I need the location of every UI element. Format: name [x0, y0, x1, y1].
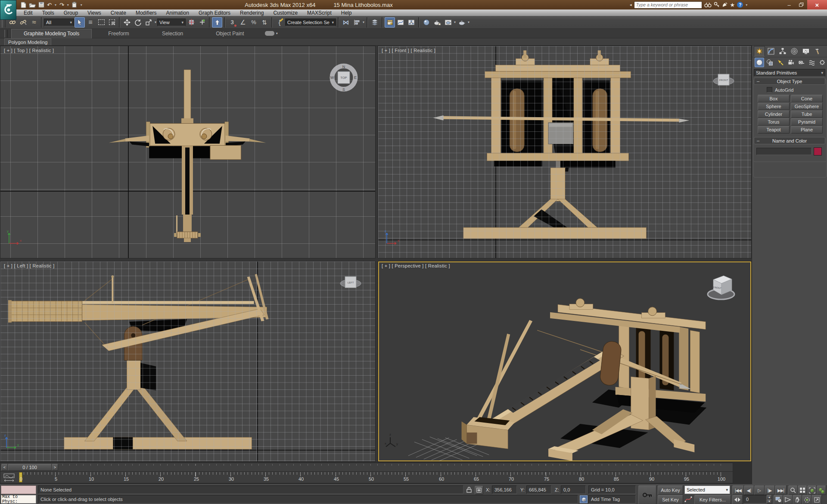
field-of-view-button[interactable] [783, 495, 793, 504]
previous-frame-button[interactable]: ◀| [744, 485, 754, 495]
infocenter-collapse-icon[interactable]: ◂ [630, 3, 632, 7]
named-selection-sets-dropdown[interactable]: Create Selection Se▾ [285, 19, 336, 26]
unlink-selection-button[interactable] [18, 17, 28, 28]
ribbon-minimize-icon[interactable] [265, 31, 274, 36]
infocenter-search-input[interactable] [634, 1, 702, 9]
select-by-name-button[interactable]: ≡ [85, 17, 96, 28]
maximize-viewport-toggle[interactable] [811, 495, 822, 504]
time-slider-next-button[interactable]: > [52, 464, 58, 471]
zoom-extents-all-button[interactable] [817, 485, 826, 495]
compass-s[interactable]: S [342, 87, 345, 92]
curve-editor-button[interactable] [395, 17, 406, 28]
menu-maxscript[interactable]: MAXScript [302, 10, 336, 16]
viewcube-face-label[interactable]: TOP [340, 76, 347, 80]
select-and-rotate-button[interactable] [133, 17, 143, 28]
go-to-end-button[interactable]: ▶▶| [775, 485, 787, 495]
favorites-star-icon[interactable]: ★ [730, 2, 735, 8]
rollout-name-and-color[interactable]: – Name and Color [754, 137, 825, 144]
angle-snap-button[interactable]: ∠ [238, 17, 248, 28]
go-to-start-button[interactable]: |◀◀ [732, 485, 744, 495]
object-button-box[interactable]: Box [758, 95, 790, 103]
bind-to-space-warp-button[interactable]: ≈ [29, 17, 39, 28]
tab-graphite-modeling-tools[interactable]: Graphite Modeling Tools [11, 29, 92, 38]
tab-motion[interactable] [789, 46, 800, 56]
viewport-top[interactable]: [ + ] [ Top ] [ Realistic ] N E S W TOP … [0, 46, 376, 258]
viewcube-top[interactable]: N E S W TOP [329, 62, 359, 93]
panel-polygon-modeling[interactable]: Polygon Modeling [4, 38, 51, 45]
object-button-teapot[interactable]: Teapot [758, 126, 790, 134]
tab-selection[interactable]: Selection [146, 31, 199, 37]
menu-views[interactable]: Views [83, 10, 106, 16]
category-shapes[interactable] [765, 58, 774, 67]
zoom-all-button[interactable] [798, 485, 807, 495]
align-flyout-icon[interactable]: ▾ [363, 20, 364, 24]
menu-tools[interactable]: Tools [37, 10, 59, 16]
tab-display[interactable] [800, 46, 811, 56]
schematic-view-button[interactable] [406, 17, 417, 28]
layer-manager-button[interactable] [370, 17, 380, 28]
rollout-object-type[interactable]: – Object Type [754, 78, 825, 85]
tab-hierarchy[interactable] [777, 46, 788, 56]
viewport-left[interactable]: [ + ] [ Left ] [ Realistic ] LEFT zy [0, 261, 376, 462]
object-button-sphere[interactable]: Sphere [758, 103, 790, 110]
select-and-move-button[interactable] [122, 17, 132, 28]
communication-center-icon[interactable] [722, 2, 728, 8]
search-binoculars-icon[interactable] [704, 2, 712, 8]
viewport-label-top[interactable]: [ + ] [ Top ] [ Realistic ] [4, 48, 54, 53]
track-bar[interactable]: 0 5 10 15 20 25 30 35 40 45 50 55 60 65 … [0, 471, 733, 483]
app-logo[interactable] [0, 0, 16, 20]
object-name-input[interactable] [756, 148, 811, 155]
menu-customize[interactable]: Customize [268, 10, 302, 16]
time-configuration-button[interactable] [774, 495, 783, 504]
spinner-down-icon[interactable]: ▼ [767, 499, 772, 504]
compass-w[interactable]: W [330, 75, 334, 80]
viewport-label-perspective[interactable]: [ + ] [ Perspective ] [ Realistic ] [382, 263, 450, 268]
category-lights[interactable] [776, 58, 785, 67]
current-frame-field[interactable]: 0 [743, 495, 767, 504]
key-filters-button[interactable]: Key Filters... [694, 495, 731, 504]
viewcube-perspective[interactable]: FRONT [705, 271, 737, 304]
close-button[interactable]: × [807, 0, 827, 9]
time-slider-prev-button[interactable]: < [1, 464, 8, 471]
menu-help[interactable]: Help [336, 10, 357, 16]
key-filter-scope-dropdown[interactable]: Selected ▾ [684, 485, 730, 494]
object-button-torus[interactable]: Torus [758, 118, 790, 126]
rendered-frame-window-button[interactable] [443, 17, 453, 28]
viewport-label-front[interactable]: [ + ] [ Front ] [ Realistic ] [382, 48, 435, 53]
mirror-button[interactable]: ⋈ [341, 17, 351, 28]
autogrid-checkbox[interactable] [767, 87, 772, 93]
category-geometry[interactable] [755, 58, 764, 67]
viewcube-face-label[interactable]: LEFT [348, 281, 354, 284]
menu-modifiers[interactable]: Modifiers [131, 10, 162, 16]
tab-freeform[interactable]: Freeform [92, 31, 146, 37]
category-helpers[interactable] [796, 58, 806, 67]
play-button[interactable]: ▷ [754, 485, 765, 495]
rendered-frame-flyout-icon[interactable]: ▾ [454, 20, 456, 24]
frame-spinner[interactable]: ▲ ▼ [767, 495, 772, 504]
auto-key-button[interactable]: Auto Key [658, 485, 683, 495]
time-slider-handle[interactable]: 0 / 100 [8, 464, 52, 471]
select-and-manipulate-button[interactable] [197, 17, 207, 28]
object-button-cone[interactable]: Cone [791, 95, 823, 103]
viewcube-front[interactable]: FRONT [712, 70, 735, 90]
category-space-warps[interactable] [807, 58, 816, 67]
ribbon-grip[interactable] [4, 30, 8, 37]
percent-snap-button[interactable]: % [249, 17, 259, 28]
spinner-snap-button[interactable]: ⇅ [259, 17, 270, 28]
scale-flyout-icon[interactable]: ▾ [155, 20, 156, 24]
maxscript-macro-recorder[interactable] [1, 485, 36, 494]
object-button-geosphere[interactable]: GeoSphere [791, 103, 823, 110]
next-frame-button[interactable]: |▶ [765, 485, 775, 495]
z-coord-field[interactable]: 0,0 [561, 485, 586, 494]
tab-utilities[interactable] [812, 46, 823, 56]
compass-e[interactable]: E [354, 75, 357, 80]
rectangular-selection-region-button[interactable] [96, 17, 106, 28]
menu-edit[interactable]: Edit [19, 10, 37, 16]
restore-button[interactable] [795, 0, 807, 9]
time-slider-track[interactable]: < 0 / 100 > [0, 463, 733, 471]
snaps-toggle-button[interactable]: 3 [227, 17, 237, 28]
tab-create[interactable] [754, 46, 765, 56]
tab-object-paint[interactable]: Object Paint [199, 31, 260, 37]
minimize-button[interactable]: – [783, 0, 795, 9]
menu-graph-editors[interactable]: Graph Editors [194, 10, 235, 16]
